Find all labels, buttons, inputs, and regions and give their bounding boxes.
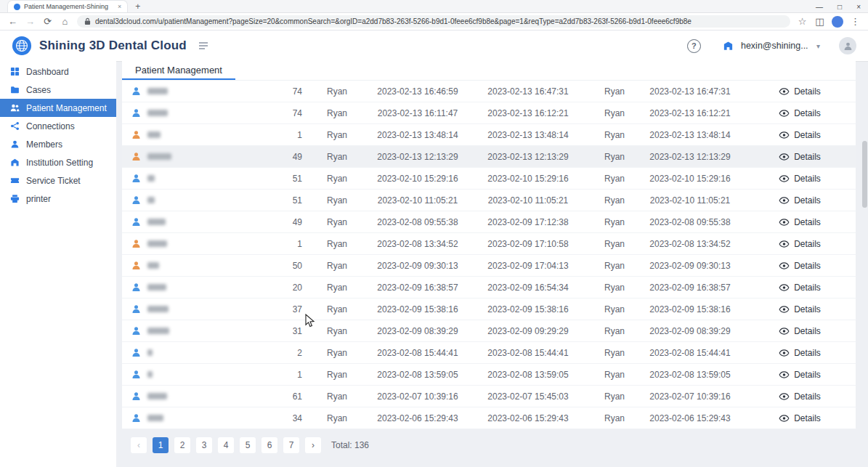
table-row: 50 Ryan 2023-02-09 09:30:13 2023-02-09 1… xyxy=(122,255,856,277)
patient-name-cell xyxy=(122,261,276,270)
creator-cell: Ryan xyxy=(302,370,372,380)
home-icon[interactable]: ⌂ xyxy=(60,17,70,26)
table-row: 49 Ryan 2023-02-13 12:13:29 2023-02-13 1… xyxy=(122,146,856,168)
sidebar-item-label: Patient Management xyxy=(26,103,107,113)
details-link[interactable]: Details xyxy=(744,326,856,336)
sidebar-item-members[interactable]: Members xyxy=(0,135,116,153)
page-button-5[interactable]: 5 xyxy=(240,437,256,453)
page-button-1[interactable]: 1 xyxy=(153,437,169,453)
created-time-cell: 2023-02-08 13:34:52 xyxy=(372,239,463,249)
table-row: 37 Ryan 2023-02-09 15:38:16 2023-02-09 1… xyxy=(122,299,856,320)
patients-icon xyxy=(10,103,20,113)
content-tab-bar: Patient Management xyxy=(122,61,856,81)
browser-tab[interactable]: Patient Management-Shining × xyxy=(7,0,128,12)
details-label: Details xyxy=(794,152,821,162)
scrollbar-thumb[interactable] xyxy=(862,141,867,208)
details-link[interactable]: Details xyxy=(744,174,856,184)
operator-cell: Ryan xyxy=(593,326,636,336)
patient-name-cell xyxy=(122,174,276,183)
eye-icon xyxy=(779,262,790,269)
sidebar-item-cases[interactable]: Cases xyxy=(0,81,116,99)
patient-avatar-icon xyxy=(131,261,141,270)
details-link[interactable]: Details xyxy=(744,370,856,380)
bookmark-star-icon[interactable]: ☆ xyxy=(797,17,808,26)
details-link[interactable]: Details xyxy=(744,108,856,118)
new-tab-button[interactable]: + xyxy=(135,2,140,11)
chevron-down-icon[interactable]: ▾ xyxy=(816,42,820,50)
side-panel-icon[interactable]: ◫ xyxy=(814,17,825,26)
eye-icon xyxy=(779,153,790,161)
app-title: Shining 3D Dental Cloud xyxy=(39,38,187,53)
menu-collapse-icon[interactable] xyxy=(198,41,208,51)
table-row: 51 Ryan 2023-02-10 15:29:16 2023-02-10 1… xyxy=(122,168,856,190)
details-link[interactable]: Details xyxy=(744,304,856,314)
details-link[interactable]: Details xyxy=(744,261,856,271)
operator-cell: Ryan xyxy=(593,217,636,227)
created-time-cell: 2023-02-13 12:13:29 xyxy=(372,152,463,162)
user-avatar[interactable] xyxy=(839,37,856,54)
creator-cell: Ryan xyxy=(302,283,372,293)
sidebar-item-connections[interactable]: Connections xyxy=(0,117,116,135)
pagination-next-button[interactable]: › xyxy=(305,437,321,453)
patient-name-cell xyxy=(122,348,276,357)
details-link[interactable]: Details xyxy=(744,152,856,162)
page-button-6[interactable]: 6 xyxy=(261,437,277,453)
synced-time-cell: 2023-02-09 08:39:29 xyxy=(636,326,744,336)
page-button-2[interactable]: 2 xyxy=(174,437,190,453)
patient-name-cell xyxy=(122,195,276,205)
scrollbar[interactable] xyxy=(861,32,867,466)
window-close-button[interactable]: × xyxy=(856,3,861,11)
patient-table: 74 Ryan 2023-02-13 16:46:59 2023-02-13 1… xyxy=(122,81,856,429)
pagination-prev-button[interactable]: ‹ xyxy=(131,437,147,453)
table-row: 49 Ryan 2023-02-08 09:55:38 2023-02-09 1… xyxy=(122,211,856,233)
sidebar-item-service-ticket[interactable]: Service Ticket xyxy=(0,171,116,190)
organization-icon xyxy=(723,41,734,51)
details-link[interactable]: Details xyxy=(744,413,856,423)
case-count-cell: 20 xyxy=(276,283,302,293)
page-button-7[interactable]: 7 xyxy=(283,437,299,453)
sidebar-item-dashboard[interactable]: Dashboard xyxy=(0,62,116,81)
sidebar-item-patient-management[interactable]: Patient Management xyxy=(0,99,116,117)
patient-name-redacted xyxy=(147,349,153,356)
updated-time-cell: 2023-02-08 13:59:05 xyxy=(463,370,593,380)
forward-icon[interactable]: → xyxy=(25,17,36,26)
reload-icon[interactable]: ⟳ xyxy=(42,17,53,26)
tab-close-icon[interactable]: × xyxy=(118,3,121,10)
tab-patient-management[interactable]: Patient Management xyxy=(122,61,235,80)
sidebar-item-printer[interactable]: printer xyxy=(0,190,116,208)
details-link[interactable]: Details xyxy=(744,283,856,293)
address-bar[interactable]: dental3dcloud.com/u/patientManagement?pa… xyxy=(77,15,790,28)
patient-name-redacted xyxy=(147,175,155,182)
page-button-4[interactable]: 4 xyxy=(218,437,234,453)
page-button-3[interactable]: 3 xyxy=(196,437,212,453)
patient-name-redacted xyxy=(147,371,153,378)
browser-profile-avatar[interactable] xyxy=(832,16,843,28)
eye-icon xyxy=(779,197,790,204)
details-link[interactable]: Details xyxy=(744,130,856,140)
details-link[interactable]: Details xyxy=(744,195,856,206)
operator-cell: Ryan xyxy=(593,130,636,140)
creator-cell: Ryan xyxy=(302,108,372,118)
details-label: Details xyxy=(794,370,821,380)
details-link[interactable]: Details xyxy=(744,239,856,249)
table-row: 74 Ryan 2023-02-13 16:46:59 2023-02-13 1… xyxy=(122,81,856,102)
creator-cell: Ryan xyxy=(302,348,372,358)
details-link[interactable]: Details xyxy=(744,86,856,97)
details-link[interactable]: Details xyxy=(744,391,856,402)
back-icon[interactable]: ← xyxy=(7,17,18,26)
details-label: Details xyxy=(794,348,821,358)
patient-avatar-icon xyxy=(131,348,141,357)
window-minimize-button[interactable]: — xyxy=(816,3,823,11)
sidebar-item-institution-setting[interactable]: Institution Setting xyxy=(0,153,116,171)
window-maximize-button[interactable]: □ xyxy=(837,3,842,11)
user-account[interactable]: hexin@shining... xyxy=(741,41,808,51)
sidebar-item-label: Service Ticket xyxy=(26,176,81,186)
creator-cell: Ryan xyxy=(302,130,372,140)
eye-icon xyxy=(779,240,790,248)
details-link[interactable]: Details xyxy=(744,217,856,227)
browser-menu-icon[interactable]: ⋮ xyxy=(850,17,861,26)
details-link[interactable]: Details xyxy=(744,348,856,358)
help-icon[interactable]: ? xyxy=(687,39,701,53)
details-label: Details xyxy=(794,239,821,249)
synced-time-cell: 2023-02-13 13:48:14 xyxy=(636,130,744,140)
